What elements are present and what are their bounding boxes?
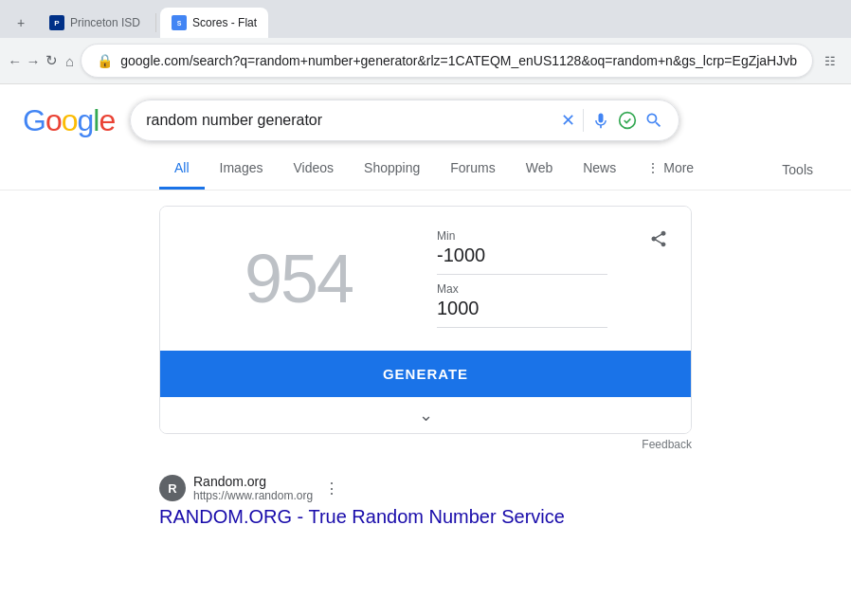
search-input[interactable]	[146, 112, 553, 129]
logo-g2: g	[77, 103, 93, 137]
share-button[interactable]	[649, 229, 668, 253]
chevron-down-icon: ⌄	[419, 405, 433, 426]
result-site-info: Random.org https://www.random.org	[193, 474, 313, 502]
search-box[interactable]: ✕	[130, 100, 679, 141]
search-tabs: All Images Videos Shopping Forums Web Ne…	[0, 149, 851, 190]
tab-bar: + P Princeton ISD S Scores - Flat	[0, 0, 851, 38]
svg-text:S: S	[177, 20, 182, 27]
card-expand[interactable]: ⌄	[160, 397, 691, 433]
random-number-card: 954 Min -1000 Max 1000	[159, 206, 692, 434]
tab-shopping[interactable]: Shopping	[349, 149, 435, 190]
result-source: R Random.org https://www.random.org ⋮	[159, 474, 692, 502]
more-icon: ⋮	[646, 160, 660, 175]
tab-princeton[interactable]: P Princeton ISD	[38, 8, 152, 38]
max-label: Max	[437, 282, 668, 296]
extensions-button[interactable]: ☷	[817, 47, 843, 74]
browser-chrome: + P Princeton ISD S Scores - Flat ← →	[0, 0, 851, 84]
search-button[interactable]	[644, 111, 663, 130]
tools-button[interactable]: Tools	[767, 151, 828, 189]
tab-divider	[155, 13, 156, 32]
result-favicon: R	[159, 475, 186, 501]
tab-more[interactable]: ⋮ More	[631, 149, 709, 190]
tab-forums[interactable]: Forums	[435, 149, 510, 190]
card-content: 954 Min -1000 Max 1000	[160, 207, 691, 351]
security-icon: 🔒	[97, 53, 113, 68]
new-tab-button[interactable]: +	[8, 9, 34, 36]
card-controls: Min -1000 Max 1000	[437, 229, 668, 328]
forward-button[interactable]: →	[26, 45, 40, 76]
scores-favicon: S	[172, 15, 187, 30]
logo-o2: o	[62, 103, 78, 137]
google-page: Google ✕ Al	[0, 84, 851, 558]
svg-point-2	[620, 113, 636, 129]
browser-actions: ☷	[817, 47, 843, 74]
result-site-name: Random.org	[193, 474, 313, 489]
tab-web[interactable]: Web	[511, 149, 569, 190]
logo-g: G	[23, 103, 45, 137]
tab-princeton-label: Princeton ISD	[70, 16, 140, 29]
tab-videos[interactable]: Videos	[278, 149, 349, 190]
princeton-favicon-icon: P	[49, 15, 64, 30]
google-logo: Google	[23, 103, 115, 138]
scores-favicon-icon: S	[172, 15, 187, 30]
max-field: Max 1000	[437, 282, 668, 328]
logo-o1: o	[45, 103, 62, 137]
result-title-link[interactable]: RANDOM.ORG - True Random Number Service	[159, 506, 565, 527]
back-button[interactable]: ←	[8, 45, 22, 76]
tab-all[interactable]: All	[159, 149, 205, 190]
favicon-letter: R	[168, 481, 176, 496]
max-value[interactable]: 1000	[437, 298, 607, 328]
generate-button[interactable]: GENERATE	[160, 351, 691, 397]
voice-search-button[interactable]	[591, 111, 610, 130]
omnibox-bar: ← → ↻ ⌂ 🔒 google.com/search?q=random+num…	[0, 38, 851, 83]
min-label: Min	[437, 229, 668, 243]
home-button[interactable]: ⌂	[63, 45, 77, 76]
address-bar[interactable]: 🔒 google.com/search?q=random+number+gene…	[81, 44, 813, 78]
results-area: 954 Min -1000 Max 1000	[0, 190, 851, 543]
number-display-area: 954	[183, 229, 414, 328]
generated-number: 954	[244, 240, 353, 317]
tab-more-label: More	[663, 160, 694, 175]
logo-e: e	[99, 103, 115, 137]
search-divider	[583, 109, 584, 132]
tab-scores[interactable]: S Scores - Flat	[160, 8, 268, 38]
url-display: google.com/search?q=random+number+genera…	[120, 53, 797, 68]
min-field: Min -1000	[437, 229, 668, 275]
feedback-link[interactable]: Feedback	[642, 438, 692, 451]
result-site-url: https://www.random.org	[193, 489, 313, 502]
reload-button[interactable]: ↻	[45, 45, 59, 76]
image-search-button[interactable]	[618, 111, 637, 130]
feedback-row: Feedback	[159, 434, 692, 455]
tab-news[interactable]: News	[568, 149, 631, 190]
min-value[interactable]: -1000	[437, 245, 607, 275]
tab-images[interactable]: Images	[205, 149, 279, 190]
tab-scores-label: Scores - Flat	[192, 16, 257, 29]
result-more-button[interactable]: ⋮	[324, 480, 339, 498]
clear-search-button[interactable]: ✕	[561, 110, 575, 131]
search-result-item: R Random.org https://www.random.org ⋮ RA…	[159, 474, 692, 528]
google-header: Google ✕	[0, 84, 851, 141]
princeton-favicon: P	[49, 15, 64, 30]
